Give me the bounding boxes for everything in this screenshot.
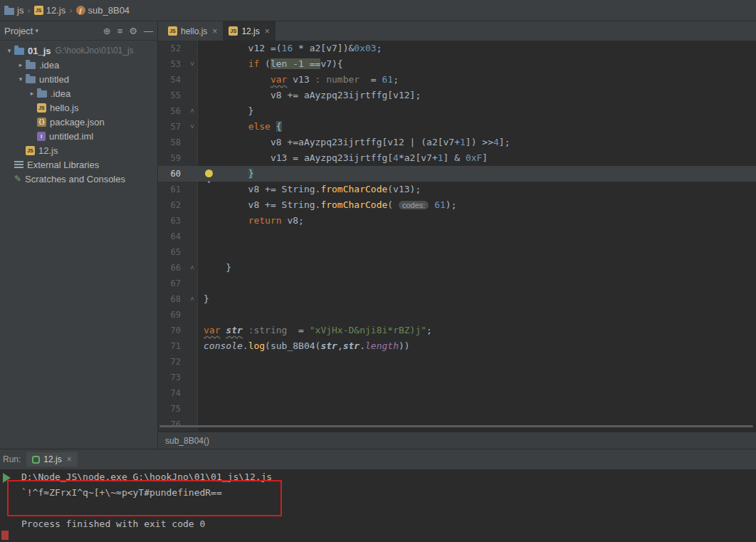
project-folder-icon (14, 48, 24, 55)
code-line[interactable]: 52 v12 =(16 * a2[v7])&0x03; (158, 41, 756, 56)
code-text: return v8; (198, 213, 756, 229)
intention-bulb-icon[interactable] (205, 170, 213, 177)
project-panel-title-dropdown[interactable]: Project ▾ (4, 26, 38, 36)
line-number: 66 (158, 260, 187, 276)
code-token: codes: (399, 201, 429, 209)
breadcrumb-label: sub_8B04 (88, 5, 130, 16)
line-number: 75 (158, 401, 187, 417)
console-line: Process finished with exit code 0 (21, 516, 756, 532)
code-token: "xVjHx-D&nji8i*rBZ)j" (310, 325, 426, 335)
code-line[interactable]: 67 (158, 276, 756, 291)
console-output: D:\Node_JS\node.exe G:\hookJno\01\01_js\… (0, 469, 756, 532)
code-line[interactable]: 55 v8 += aAyzpq23ijrtffg[v12]; (158, 88, 756, 103)
code-line[interactable]: 73 (158, 370, 756, 385)
code-text: console.log(sub_8B04(str,str.length)) (198, 338, 756, 354)
code-line[interactable]: 66˄ } (158, 260, 756, 276)
fold-column (187, 135, 198, 150)
close-icon[interactable]: × (212, 26, 217, 36)
locate-icon[interactable]: ⊕ (103, 26, 111, 36)
chevron-down-icon[interactable]: ▾ (4, 47, 14, 54)
hide-icon[interactable]: — (144, 26, 153, 36)
code-line[interactable]: 54 var v13 : number = 61; (158, 72, 756, 88)
breadcrumb-item[interactable]: js (1, 4, 26, 17)
code-text: v8 += aAyzpq23ijrtffg[v12]; (198, 88, 756, 103)
code-line[interactable]: 59 v13 = aAyzpq23ijrtffg[4*a2[v7+1] & 0x… (158, 150, 756, 166)
tree-item-12-js[interactable]: JS12.js (0, 143, 157, 157)
code-line[interactable]: 76 (158, 417, 756, 432)
tree-item-package-json[interactable]: {}package.json (0, 115, 157, 129)
code-line[interactable]: 53˅ if (len -1 ==v7){ (158, 56, 756, 72)
code-line[interactable]: 68˄} (158, 291, 756, 307)
fold-marker-icon[interactable]: ˅ (187, 56, 198, 72)
tree-item-untitled[interactable]: ▾untitled (0, 72, 157, 86)
code-text: } (198, 166, 756, 182)
code-line[interactable]: 64 (158, 229, 756, 244)
code-line[interactable]: 62 v8 += String.fromCharCode( codes: 61)… (158, 197, 756, 213)
code-line[interactable]: 74 (158, 385, 756, 401)
ide-window: { "top_breadcrumbs": { "items": [ { "lab… (0, 0, 756, 542)
code-text: v12 =(16 * a2[v7])&0x03; (198, 41, 756, 56)
code-line[interactable]: 72 (158, 354, 756, 370)
editor-tab-hello-js[interactable]: JShello.js× (162, 21, 223, 41)
close-icon[interactable]: × (67, 454, 72, 464)
stop-icon[interactable] (1, 531, 9, 540)
code-line[interactable]: 58 v8 +=aAyzpq23ijrtffg[v12 | (a2[v7+1])… (158, 135, 756, 150)
code-line[interactable]: 56˄ } (158, 103, 756, 119)
run-console[interactable]: D:\Node_JS\node.exe G:\hookJno\01\01_js\… (0, 469, 756, 542)
collapse-all-icon[interactable]: ≡ (117, 26, 123, 36)
tree-item-path: G:\hookJno\01\01_js (56, 46, 134, 56)
code-token: v13 = aAyzpq23ijrtffg[ (204, 152, 393, 163)
fold-marker-icon[interactable]: ˄ (187, 291, 198, 307)
js-file-icon: JS (229, 26, 238, 36)
tree-item-label: External Libraries (27, 160, 99, 170)
code-line[interactable]: 60 } (158, 166, 756, 182)
code-text (198, 417, 756, 432)
run-tab[interactable]: 12.js × (26, 452, 77, 467)
close-icon[interactable]: × (265, 26, 270, 36)
tree-item-untitled-iml[interactable]: Iuntitled.iml (0, 129, 157, 143)
tree-item-hello-js[interactable]: JShello.js (0, 100, 157, 115)
breadcrumb-function[interactable]: sub_8B04() (165, 436, 209, 446)
code-line[interactable]: 71console.log(sub_8B04(str,str.length)) (158, 338, 756, 354)
code-token: ]) >> (466, 137, 493, 147)
tree-item--idea[interactable]: ▸.idea (0, 58, 157, 72)
breadcrumb-item[interactable]: fsub_8B04 (73, 4, 133, 17)
code-text (198, 229, 756, 244)
horizontal-scrollbar[interactable] (159, 425, 753, 427)
fold-marker-icon[interactable]: ˅ (187, 119, 198, 135)
breadcrumb-item[interactable]: JS12.js (31, 4, 68, 17)
fold-column (187, 197, 198, 213)
code-token: log (248, 340, 265, 351)
fold-marker-icon[interactable]: ˄ (187, 260, 198, 276)
code-text (198, 370, 756, 385)
line-number: 59 (158, 150, 187, 166)
code-token: ; (393, 74, 399, 85)
code-token: str (320, 340, 337, 351)
code-line[interactable]: 69 (158, 307, 756, 323)
code-line[interactable]: 75 (158, 401, 756, 417)
code-line[interactable]: 57˅ else { (158, 119, 756, 135)
code-area[interactable]: 52 v12 =(16 * a2[v7])&0x03;53˅ if (len -… (158, 41, 756, 432)
settings-icon[interactable]: ⚙ (129, 26, 137, 36)
code-token: )) (399, 340, 410, 351)
code-token: . (359, 340, 365, 351)
tree-item-external-libraries[interactable]: External Libraries (0, 157, 157, 172)
chevron-right-icon[interactable]: ▸ (16, 61, 26, 68)
code-line[interactable]: 65 (158, 244, 756, 260)
code-token: *a2[v7+ (399, 152, 438, 163)
editor-tab-12-js[interactable]: JS12.js× (223, 21, 275, 41)
code-line[interactable]: 70var str :string = "xVjHx-D&nji8i*rBZ)j… (158, 323, 756, 338)
chevron-down-icon[interactable]: ▾ (16, 75, 26, 83)
navigation-bar: js›JS12.js›fsub_8B04 (0, 0, 756, 21)
code-text: v8 +=aAyzpq23ijrtffg[v12 | (a2[v7+1]) >>… (198, 135, 756, 150)
fold-marker-icon[interactable]: ˄ (187, 103, 198, 119)
tree-item-scratches-and-consoles[interactable]: ✎Scratches and Consoles (0, 172, 157, 186)
rerun-button[interactable] (3, 473, 11, 483)
code-line[interactable]: 61 v8 += String.fromCharCode(v13); (158, 182, 756, 197)
chevron-right-icon[interactable]: ▸ (27, 90, 37, 97)
code-line[interactable]: 63 return v8; (158, 213, 756, 229)
tree-item--idea[interactable]: ▸.idea (0, 86, 157, 100)
code-token: fromCharCode (320, 184, 387, 194)
tree-item-01-js[interactable]: ▾01_jsG:\hookJno\01\01_js (0, 43, 157, 58)
code-token: (sub_8B04( (265, 340, 320, 351)
